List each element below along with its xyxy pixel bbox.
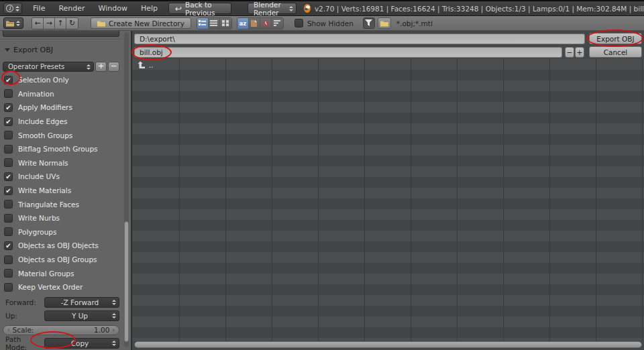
filename-field[interactable]: bill.obj bbox=[134, 47, 562, 58]
checkbox[interactable] bbox=[4, 227, 13, 236]
option-apply-modifiers[interactable]: ✔Apply Modifiers bbox=[0, 101, 122, 115]
option-write-nurbs[interactable]: Write Nurbs bbox=[0, 211, 122, 225]
show-hidden-control: Show Hidden bbox=[294, 19, 354, 27]
option-objects-as-obj-objects[interactable]: ✔Objects as OBJ Objects bbox=[0, 239, 122, 253]
up-axis-dropdown[interactable]: Y Up bbox=[44, 310, 119, 321]
checkbox[interactable]: ✔ bbox=[4, 172, 13, 181]
menu-help[interactable]: Help bbox=[134, 4, 164, 13]
parent-directory-entry[interactable]: .. bbox=[138, 60, 154, 70]
filter-toggle-button[interactable] bbox=[363, 17, 375, 29]
checkbox[interactable] bbox=[4, 283, 13, 292]
forward-arrow-button[interactable]: → bbox=[44, 18, 55, 29]
back-arrow-button[interactable]: ← bbox=[32, 18, 44, 29]
editor-type-selector[interactable]: i bbox=[3, 3, 22, 14]
checkbox[interactable]: ✔ bbox=[4, 186, 13, 195]
short-list-icon bbox=[199, 20, 206, 26]
sidebar-scrollbar[interactable] bbox=[124, 32, 129, 347]
decrement-filename-button[interactable]: − bbox=[565, 47, 574, 58]
editor-type-selector[interactable] bbox=[3, 17, 23, 29]
scene-stats-text: v2.70 | Verts:16981 | Faces:16624 | Tris… bbox=[315, 5, 644, 13]
horizontal-scrollbar[interactable] bbox=[134, 341, 642, 348]
panel-header[interactable]: Export OBJ bbox=[5, 46, 122, 54]
checkbox[interactable] bbox=[4, 89, 13, 98]
cancel-button[interactable]: Cancel bbox=[589, 46, 642, 58]
display-long-list-button[interactable] bbox=[209, 18, 220, 29]
option-keep-vertex-order[interactable]: Keep Vertex Order bbox=[0, 280, 122, 294]
option-label: Smooth Groups bbox=[18, 131, 72, 139]
option-selection-only[interactable]: ✔Selection Only bbox=[0, 73, 122, 87]
partially-scrolled-widget[interactable] bbox=[3, 31, 119, 37]
add-preset-button[interactable]: + bbox=[95, 62, 107, 72]
option-polygroups[interactable]: Polygroups bbox=[0, 225, 122, 239]
option-objects-as-obj-groups[interactable]: Objects as OBJ Groups bbox=[0, 253, 122, 267]
option-label: Selection Only bbox=[18, 76, 69, 84]
sidebar-scrollbar-thumb[interactable] bbox=[124, 221, 129, 342]
checkbox[interactable] bbox=[4, 214, 13, 223]
menu-window[interactable]: Window bbox=[92, 4, 134, 13]
checkbox[interactable]: ✔ bbox=[4, 117, 13, 126]
checkbox[interactable] bbox=[4, 131, 13, 139]
path-mode-dropdown[interactable]: Copy bbox=[44, 338, 119, 349]
stepper-arrows-icon bbox=[112, 313, 116, 318]
option-label: Objects as OBJ Objects bbox=[18, 241, 99, 249]
option-label: Write Nurbs bbox=[18, 214, 60, 222]
option-write-normals[interactable]: Write Normals bbox=[0, 156, 122, 170]
option-write-materials[interactable]: ✔Write Materials bbox=[0, 184, 122, 198]
show-hidden-checkbox[interactable] bbox=[294, 19, 303, 27]
export-options: ✔Selection OnlyAnimation✔Apply Modifiers… bbox=[0, 73, 122, 294]
panel-separator bbox=[0, 39, 122, 40]
collapse-triangle-icon bbox=[5, 48, 10, 52]
menu-render[interactable]: Render bbox=[52, 4, 91, 13]
checkbox[interactable] bbox=[4, 255, 13, 264]
refresh-button[interactable]: ↻ bbox=[66, 18, 78, 29]
checkbox[interactable] bbox=[4, 200, 13, 209]
sort-size-button[interactable] bbox=[272, 18, 283, 29]
option-bitflag-smooth-groups[interactable]: Bitflag Smooth Groups bbox=[0, 142, 122, 156]
option-animation[interactable]: Animation bbox=[0, 87, 122, 101]
increment-filename-button[interactable]: + bbox=[575, 47, 584, 58]
parent-directory-button[interactable]: ↑ bbox=[55, 18, 66, 29]
operator-presets-dropdown[interactable]: Operator Presets bbox=[3, 62, 94, 72]
operator-presets-row: Operator Presets + − bbox=[3, 62, 119, 72]
sort-time-button[interactable] bbox=[260, 18, 272, 29]
option-label: Write Materials bbox=[18, 186, 71, 194]
info-icon: i bbox=[6, 5, 13, 12]
sort-extension-button[interactable] bbox=[249, 18, 260, 29]
option-label: Material Groups bbox=[18, 270, 74, 278]
horizontal-scrollbar-thumb[interactable] bbox=[134, 341, 642, 348]
navigation-buttons: ← → ↑ ↻ bbox=[32, 17, 78, 30]
folder-filter-button[interactable] bbox=[378, 17, 391, 29]
checkbox[interactable] bbox=[4, 269, 13, 278]
render-engine-select[interactable]: Blender Render bbox=[248, 3, 297, 14]
checkbox[interactable]: ✔ bbox=[4, 241, 13, 250]
create-directory-button[interactable]: Create New Directory bbox=[91, 17, 191, 29]
stepper-arrows-icon bbox=[15, 6, 19, 11]
scale-slider[interactable]: ‹ Scale: 1.00 › bbox=[3, 325, 119, 335]
stepper-arrows-icon bbox=[112, 341, 116, 346]
checkbox[interactable] bbox=[4, 158, 13, 167]
option-include-edges[interactable]: ✔Include Edges bbox=[0, 115, 122, 129]
option-label: Include Edges bbox=[18, 117, 67, 125]
directory-path-field[interactable]: D:\export\ bbox=[134, 34, 585, 44]
forward-axis-row: Forward: -Z Forward bbox=[3, 297, 119, 308]
option-triangulate-faces[interactable]: Triangulate Faces bbox=[0, 197, 122, 211]
export-options-panel: Export OBJ Operator Presets + − ✔Selecti… bbox=[0, 31, 131, 350]
up-label: Up: bbox=[3, 312, 44, 320]
option-smooth-groups[interactable]: Smooth Groups bbox=[0, 128, 122, 142]
slider-right-arrow-icon: › bbox=[112, 327, 115, 333]
remove-preset-button[interactable]: − bbox=[108, 62, 119, 72]
back-to-previous-button[interactable]: ↩ Back to Previous bbox=[168, 3, 231, 14]
file-list-grid[interactable]: .. bbox=[132, 59, 644, 341]
option-include-uvs[interactable]: ✔Include UVs bbox=[0, 170, 122, 184]
export-obj-button[interactable]: Export OBJ bbox=[589, 33, 642, 44]
option-material-groups[interactable]: Material Groups bbox=[0, 266, 122, 280]
display-short-list-button[interactable] bbox=[197, 18, 209, 29]
checkbox[interactable] bbox=[4, 145, 13, 154]
forward-axis-dropdown[interactable]: -Z Forward bbox=[44, 297, 119, 308]
display-thumbnails-button[interactable] bbox=[220, 18, 231, 29]
sort-alphabetical-button[interactable]: az bbox=[237, 18, 249, 29]
checkbox[interactable]: ✔ bbox=[4, 76, 13, 84]
option-label: Objects as OBJ Groups bbox=[18, 255, 97, 264]
menu-file[interactable]: File bbox=[26, 4, 52, 13]
checkbox[interactable]: ✔ bbox=[4, 103, 13, 112]
